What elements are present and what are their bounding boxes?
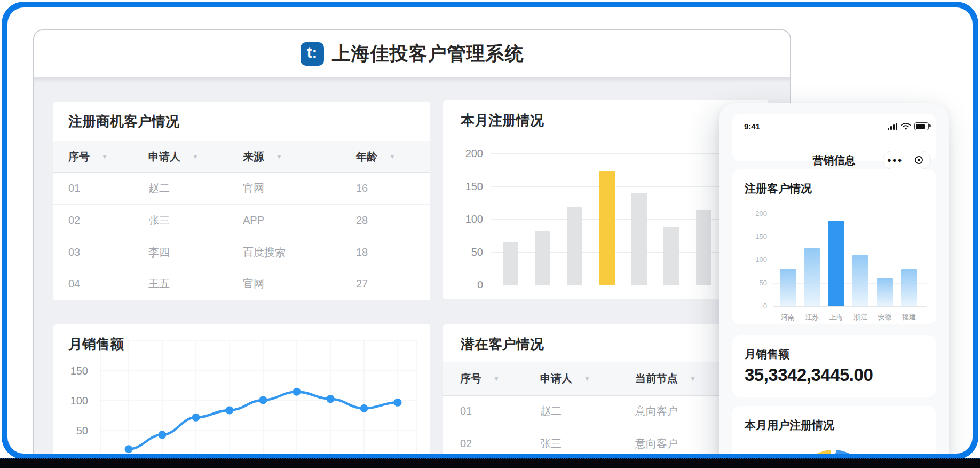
app-logo: t: [301,42,324,66]
grid-line [491,186,756,187]
table-row: 04王五官网27 [53,268,430,300]
phone-mockup: 9:41 营销信息 ●●● [719,103,949,459]
bar [503,242,518,285]
phone-card-monthly-users: 本月用户注册情况 [732,406,936,459]
table-column-header: 来源▼ [243,149,282,163]
app-frame: t: 上海佳投客户管理系统 注册商机客户情况 序号▼申请人▼来源▼年龄▼01赵二… [2,2,978,459]
app-logo-glyph: t: [307,44,317,61]
battery-icon [914,122,929,130]
axis-tick-label: 150 [732,232,767,240]
bar [535,231,550,285]
grid-line [773,237,927,237]
table-header-row: 序号▼申请人▼来源▼年龄▼ [53,141,430,173]
header-shadow [34,77,790,83]
column-label: 当前节点 [635,371,678,386]
bar [804,248,820,306]
table-cell: 张三 [148,213,170,228]
sort-icon[interactable]: ▼ [101,153,108,160]
column-label: 申请人 [148,149,180,163]
sort-icon[interactable]: ▼ [389,153,396,160]
column-label: 年龄 [356,149,377,163]
bar-highlighted [599,171,615,285]
wifi-icon [901,123,911,130]
table-column-header: 序号▼ [68,149,108,163]
close-circle-icon[interactable] [907,155,931,165]
table-cell: 02 [460,438,472,450]
table-cell: 03 [68,246,80,258]
sort-icon[interactable]: ▼ [493,375,500,382]
table-row: 01赵二官网16 [53,172,430,204]
line-point [192,414,200,422]
phone-status-nav-bar: 9:41 营销信息 ●●● [732,114,936,161]
sort-icon[interactable]: ▼ [690,375,696,382]
sort-icon[interactable]: ▼ [276,153,282,160]
status-time: 9:41 [744,122,760,131]
line-point [226,406,234,414]
axis-tick-label: 50 [53,425,88,437]
table-cell: 02 [68,214,80,227]
axis-category-label: 安徽 [873,313,897,322]
line-point [327,395,335,403]
sort-icon[interactable]: ▼ [192,153,199,160]
table-cell: 01 [68,182,80,194]
table-cell: 意向客户 [635,404,678,418]
table-column-header: 序号▼ [460,371,500,386]
bar-highlighted [828,221,844,306]
axis-tick-label: 100 [443,213,483,225]
line-point [394,399,402,407]
table-cell: 李四 [148,245,170,259]
panel-title: 潜在客户情况 [461,335,544,354]
bar [852,255,868,306]
status-icons [888,122,929,130]
grid-line [491,153,756,154]
grid-line [491,219,756,220]
miniprogram-capsule[interactable]: ●●● [883,151,931,169]
table-cell: 百度搜索 [243,245,286,259]
table-cell: 18 [356,246,368,258]
grid-line [491,252,756,253]
panel-registered-customers: 注册商机客户情况 序号▼申请人▼来源▼年龄▼01赵二官网1602张三APP280… [53,102,430,300]
monthly-sales-amount: 35,3342,3445.00 [745,365,873,385]
grid-line [773,214,927,214]
axis-category-label: 河南 [776,313,800,322]
table-column-header: 申请人▼ [540,371,590,386]
axis-category-label: 浙江 [849,313,872,322]
bar [877,278,893,306]
bar [901,269,917,306]
axis-tick-label: 200 [443,147,483,160]
table-column-header: 当前节点▼ [635,371,696,386]
line-point [293,388,301,396]
column-label: 序号 [460,371,481,386]
axis-category-label: 上海 [825,313,848,322]
more-menu-icon[interactable]: ●●● [883,156,907,164]
bar [780,269,796,306]
phone-register-bar-chart: 200150100500河南江苏上海浙江安徽福建 [732,169,936,324]
bar [567,207,582,285]
table-cell: 张三 [540,436,562,451]
axis-tick-label: 100 [732,255,767,263]
sort-icon[interactable]: ▼ [584,375,590,382]
grid-line [773,306,927,307]
bar [696,210,711,285]
monthly-sales-line-chart: 15010050 [53,324,430,459]
axis-tick-label: 200 [732,209,767,217]
table-cell: 官网 [243,181,264,195]
page-title: 上海佳投客户管理系统 [332,41,524,66]
phone-card-title: 本月用户注册情况 [745,418,834,433]
axis-tick-label: 0 [732,302,767,310]
panel-monthly-sales: 月销售额 15010050 [53,324,430,459]
line-point [159,431,167,439]
table-cell: APP [243,214,264,227]
table-cell: 赵二 [148,181,170,195]
line-point [259,396,267,404]
app-header: t: 上海佳投客户管理系统 [34,30,790,77]
axis-category-label: 江苏 [800,313,824,322]
stage: t: 上海佳投客户管理系统 注册商机客户情况 序号▼申请人▼来源▼年龄▼01赵二… [2,2,978,459]
phone-card-sales: 月销售额 35,3342,3445.00 [732,335,936,397]
line-point [125,445,133,453]
table-cell: 01 [460,405,472,417]
panel-title: 注册商机客户情况 [68,112,179,131]
table-cell: 27 [356,278,368,290]
signal-icon [888,123,897,130]
column-label: 来源 [243,149,264,163]
